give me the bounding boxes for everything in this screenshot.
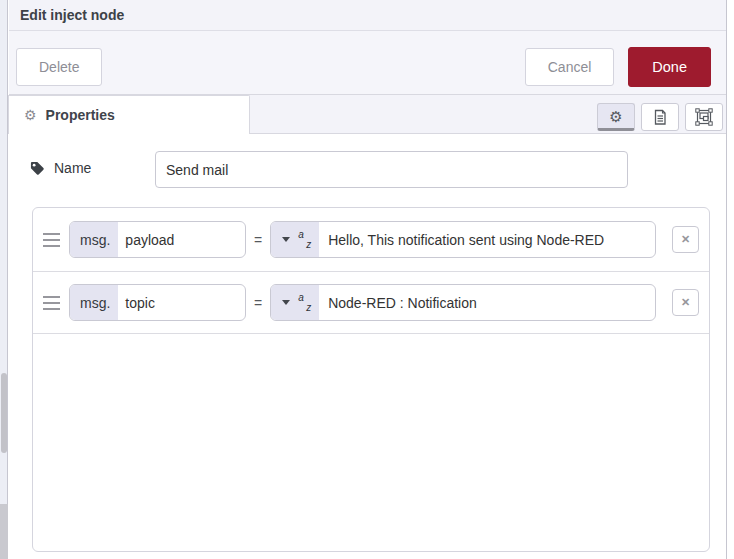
topic-property-input[interactable]: msg. topic xyxy=(69,284,246,321)
workspace-edge xyxy=(0,0,8,559)
payload-property-input[interactable]: msg. payload xyxy=(69,221,246,258)
topic-value-input[interactable]: Node-RED : Notification xyxy=(319,285,477,320)
remove-row-button[interactable]: ✕ xyxy=(672,289,699,316)
topic-property-name[interactable]: topic xyxy=(118,285,155,320)
payload-value-typedinput: az Hello, This notification sent using N… xyxy=(270,221,656,258)
editor-view-buttons: ⚙ xyxy=(597,103,723,131)
payload-value-input[interactable]: Hello, This notification sent using Node… xyxy=(319,222,604,257)
name-label: Name xyxy=(54,160,91,176)
workspace-edge-footer xyxy=(0,504,8,559)
prop-row-topic: msg. topic = az Node-RED : Notification … xyxy=(33,272,709,334)
remove-row-button[interactable]: ✕ xyxy=(672,226,699,253)
toolbar-right-buttons: Cancel Done xyxy=(525,48,711,87)
tag-icon xyxy=(30,161,45,176)
appearance-view-button[interactable] xyxy=(685,103,723,131)
payload-property-name[interactable]: payload xyxy=(118,222,174,257)
type-select-button[interactable]: az xyxy=(271,222,319,257)
done-button[interactable]: Done xyxy=(628,47,711,87)
string-type-icon: az xyxy=(298,294,311,312)
edit-tray: Edit inject node Delete Cancel Done ⚙ Pr… xyxy=(9,0,727,559)
name-input[interactable] xyxy=(155,151,628,188)
gear-icon: ⚙ xyxy=(24,108,37,122)
dialog-title: Edit inject node xyxy=(20,7,124,23)
type-select-button[interactable]: az xyxy=(271,285,319,320)
string-type-icon: az xyxy=(298,231,311,249)
msg-prefix-button[interactable]: msg. xyxy=(70,222,118,257)
caret-down-icon xyxy=(282,300,290,305)
topic-value-typedinput: az Node-RED : Notification xyxy=(270,284,656,321)
tab-bar: ⚙ Properties ⚙ xyxy=(9,95,726,134)
gear-icon: ⚙ xyxy=(609,109,622,124)
tray-toolbar: Delete Cancel Done xyxy=(9,31,726,95)
drag-handle-icon[interactable] xyxy=(43,296,60,310)
tab-properties-label: Properties xyxy=(46,107,115,123)
properties-panel: Name msg. payload = az xyxy=(9,134,726,559)
caret-down-icon xyxy=(282,237,290,242)
tab-properties[interactable]: ⚙ Properties xyxy=(8,95,250,134)
inject-props-list: msg. payload = az Hello, This notificati… xyxy=(32,207,710,552)
object-frame-icon xyxy=(695,108,713,126)
delete-button[interactable]: Delete xyxy=(16,48,102,86)
equals-sign: = xyxy=(254,295,262,311)
prop-row-payload: msg. payload = az Hello, This notificati… xyxy=(33,208,709,272)
properties-view-button[interactable]: ⚙ xyxy=(597,103,635,131)
edit-inject-node-dialog-screen: Edit inject node Delete Cancel Done ⚙ Pr… xyxy=(0,0,734,559)
name-row: Name xyxy=(30,160,91,176)
drag-handle-icon[interactable] xyxy=(43,233,60,247)
tray-header: Edit inject node xyxy=(9,0,726,31)
description-view-button[interactable] xyxy=(641,103,679,131)
cancel-button[interactable]: Cancel xyxy=(525,48,615,86)
document-icon xyxy=(652,109,668,126)
msg-prefix-button[interactable]: msg. xyxy=(70,285,118,320)
equals-sign: = xyxy=(254,232,262,248)
scrollbar-thumb[interactable] xyxy=(1,373,7,453)
